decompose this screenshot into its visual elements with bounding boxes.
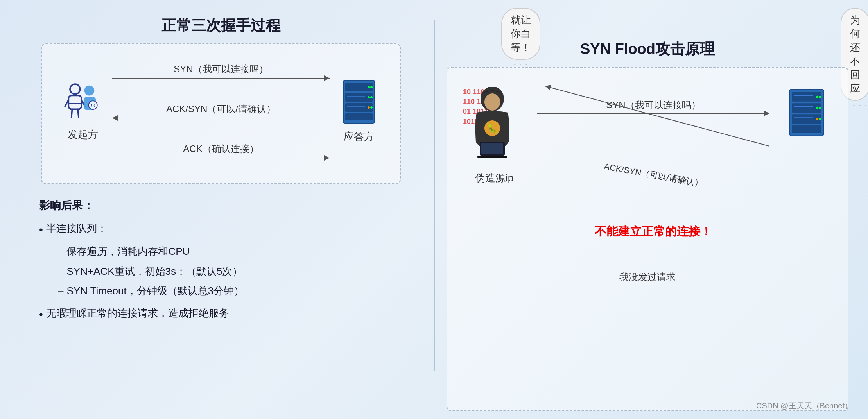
svg-rect-1 [68,95,81,109]
svg-point-38 [816,107,819,109]
ack-syn-arrow-container: ACK/SYN（可以/请确认） [112,103,330,118]
svg-point-18 [370,96,373,98]
effects-title: 影响后果： [39,196,403,215]
flood-syn-label: SYN（我可以连接吗） [537,99,769,111]
svg-rect-35 [792,125,821,133]
handshake-box: 发起方 SYN（我可以连接吗） ACK/SYN（可以/请确认） ACK（确认连接… [41,43,401,184]
bullet-dot-1: • [39,220,43,240]
hacker-col: 10 11010 1 110 10110 01 101101 1010 1101 [459,75,529,263]
svg-point-17 [368,96,370,98]
svg-point-40 [816,118,819,120]
flood-syn-row: SYN（我可以连接吗） [537,99,769,114]
cannot-connect-wrap: 不能建立正常的连接！ [537,216,769,240]
svg-point-39 [819,107,821,109]
server-figure: 应答方 [334,78,384,143]
right-panel: 就让你白等！ 为何还不回应 SYN Flood攻击原理 10 11010 1 [443,8,852,411]
flood-ack-syn-row [545,86,769,147]
arrows-area: SYN（我可以连接吗） ACK/SYN（可以/请确认） ACK（确认连接） [108,60,334,161]
flood-arrows: SYN（我可以连接吗） ACK/SYN（可以/请确认） 不能建立正常的连接！ [537,75,769,263]
flood-server-icon [783,87,830,140]
svg-point-0 [70,84,80,94]
ack-label: ACK（确认连接） [112,143,330,155]
flood-bottom: 我没发过请求 [459,267,836,287]
svg-point-36 [816,96,819,98]
svg-rect-29 [481,143,503,154]
bullet2: • 无暇理睬正常的连接请求，造成拒绝服务 [39,304,403,324]
people-icon [61,80,104,125]
client-label: 发起方 [68,128,98,141]
svg-line-5 [78,109,79,118]
svg-point-41 [819,118,821,120]
flood-ack-syn-arrow [545,86,769,147]
svg-line-4 [72,109,72,118]
hacker-icon: 10 11010 1 110 10110 01 101101 1010 1101 [463,87,525,165]
flood-inner: 10 11010 1 110 10110 01 101101 1010 1101 [459,75,836,263]
effects-section: 影响后果： • 半连接队列： – 保存遍历，消耗内存和CPU – SYN+ACK… [16,196,426,327]
bullet1: • 半连接队列： [39,219,403,240]
client-figure: 发起方 [57,80,108,141]
bullet-dot-2: • [39,305,43,324]
ack-arrow-container: ACK（确认连接） [112,143,330,158]
server-label: 应答方 [344,130,374,143]
flood-ack-syn-label-wrap: ACK/SYN（可以/请确认） [537,169,769,181]
svg-point-25 [484,93,500,111]
svg-point-9 [89,101,97,109]
sub-item-3: – SYN Timeout，分钟级（默认总3分钟） [58,282,403,300]
svg-rect-14 [345,113,373,120]
cannot-connect: 不能建立正常的连接！ [537,224,769,240]
sub-item-1: – 保存遍历，消耗内存和CPU [58,242,403,261]
ack-syn-arrow [112,118,330,118]
syn-label: SYN（我可以连接吗） [112,63,330,75]
left-panel: 正常三次握手过程 [16,8,426,411]
panel-divider [434,20,435,371]
left-title: 正常三次握手过程 [16,16,426,36]
flood-ack-syn-label: ACK/SYN（可以/请确认） [603,161,704,190]
ack-syn-label: ACK/SYN（可以/请确认） [112,103,330,115]
svg-text:🐛: 🐛 [487,123,498,133]
ack-arrow [112,158,330,158]
server-icon [337,78,380,127]
flood-syn-arrow [537,113,769,114]
svg-point-16 [370,86,373,88]
sub-item-2: – SYN+ACK重试，初始3s；（默认5次） [58,262,403,281]
svg-point-7 [84,85,95,95]
flood-box: 10 11010 1 110 10110 01 101101 1010 1101 [447,67,848,411]
svg-point-15 [368,86,370,88]
syn-arrow [112,78,330,79]
svg-rect-30 [477,156,507,158]
svg-point-20 [370,106,373,109]
thought-left: 就让你白等！ [501,8,540,60]
syn-arrow-container: SYN（我可以连接吗） [112,63,330,79]
attribution: CSDN @王天天（Bennet） [756,401,852,411]
flood-server-bottom-label: 我没发过请求 [619,271,676,283]
svg-point-37 [819,96,821,98]
svg-point-19 [368,106,370,109]
hacker-label: 伪造源ip [475,171,513,185]
sub-list: – 保存遍历，消耗内存和CPU – SYN+ACK重试，初始3s；（默认5次） … [58,242,403,300]
flood-server-col [777,75,836,263]
